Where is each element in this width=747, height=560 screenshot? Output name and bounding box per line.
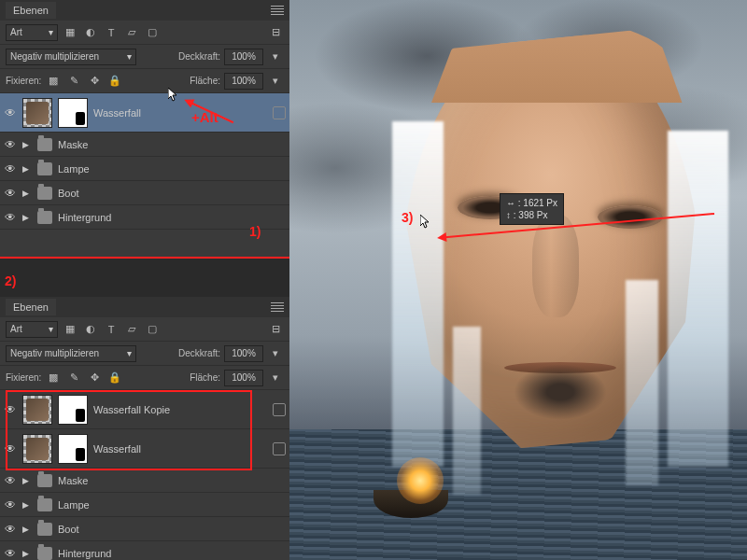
opacity-label: Deckkraft:	[178, 348, 220, 358]
fill-label: Fläche:	[190, 76, 220, 86]
visibility-toggle[interactable]: 👁	[4, 523, 17, 536]
panel-menu-icon[interactable]	[271, 302, 284, 312]
chevron-down-icon[interactable]: ▾	[267, 370, 284, 386]
layer-row-group[interactable]: 👁 ▶ Maske	[0, 469, 289, 493]
layer-row-wasserfall[interactable]: 👁 Wasserfall	[0, 93, 289, 133]
fill-value: 100%	[232, 76, 256, 86]
filter-smart-icon[interactable]: ▢	[144, 321, 161, 338]
folder-icon	[37, 474, 52, 487]
visibility-toggle[interactable]: 👁	[4, 498, 17, 511]
layer-name[interactable]: Lampe	[58, 163, 286, 175]
layer-row-group[interactable]: 👁 ▶ Boot	[0, 517, 289, 541]
layer-name[interactable]: Maske	[58, 475, 286, 486]
layer-kind-filter[interactable]: Art▾	[6, 24, 58, 41]
layer-name[interactable]: Wasserfall	[93, 107, 267, 119]
blend-mode-select[interactable]: Negativ multiplizieren▾	[6, 345, 136, 362]
disclosure-triangle[interactable]: ▶	[22, 549, 32, 558]
visibility-toggle[interactable]: 👁	[4, 547, 17, 560]
smart-object-icon	[273, 106, 286, 119]
lock-paint-icon[interactable]: ✎	[65, 73, 82, 90]
layer-row-wasserfall-kopie[interactable]: 👁 Wasserfall Kopie	[0, 390, 289, 429]
visibility-toggle[interactable]: 👁	[4, 138, 17, 151]
lock-transparent-icon[interactable]: ▩	[45, 370, 62, 386]
disclosure-triangle[interactable]: ▶	[22, 525, 32, 534]
chevron-down-icon[interactable]: ▾	[267, 49, 284, 65]
filter-row: Art▾ ▦ ◐ T ▱ ▢ ⊟	[0, 317, 289, 342]
visibility-toggle[interactable]: 👁	[4, 106, 17, 119]
filter-toggle-icon[interactable]: ⊟	[267, 24, 284, 41]
layer-row-group[interactable]: 👁 ▶ Hintergrund	[0, 541, 289, 560]
layer-name[interactable]: Boot	[58, 524, 286, 535]
layer-thumbnail[interactable]	[22, 434, 52, 464]
filter-smart-icon[interactable]: ▢	[144, 24, 161, 41]
disclosure-triangle[interactable]: ▶	[22, 213, 32, 222]
visibility-toggle[interactable]: 👁	[4, 442, 17, 455]
filter-pixel-icon[interactable]: ▦	[62, 321, 78, 338]
lock-position-icon[interactable]: ✥	[86, 370, 103, 386]
disclosure-triangle[interactable]: ▶	[22, 140, 32, 149]
layer-kind-filter[interactable]: Art▾	[6, 321, 58, 338]
layer-row-group[interactable]: 👁 ▶ Boot	[0, 181, 289, 205]
filter-pixel-icon[interactable]: ▦	[62, 24, 78, 41]
filter-adjust-icon[interactable]: ◐	[82, 24, 99, 41]
blend-mode-value: Negativ multiplizieren	[10, 51, 99, 62]
visibility-toggle[interactable]: 👁	[4, 403, 17, 416]
folder-icon	[37, 138, 52, 151]
layer-name[interactable]: Hintergrund	[58, 548, 286, 559]
waterfall-stream	[668, 131, 728, 467]
mask-thumbnail[interactable]	[58, 395, 88, 425]
blend-mode-select[interactable]: Negativ multiplizieren▾	[6, 49, 136, 65]
layer-name[interactable]: Wasserfall	[93, 443, 267, 455]
layers-panel-after: Ebenen Art▾ ▦ ◐ T ▱ ▢ ⊟ Negativ multipli…	[0, 297, 289, 560]
visibility-toggle[interactable]: 👁	[4, 162, 17, 175]
layer-name[interactable]: Boot	[58, 188, 286, 199]
lock-label: Fixieren:	[6, 372, 41, 383]
folder-icon	[37, 162, 52, 175]
lock-row: Fixieren: ▩ ✎ ✥ 🔒 Fläche: 100% ▾	[0, 366, 289, 390]
fill-input[interactable]: 100%	[224, 370, 263, 386]
mask-thumbnail[interactable]	[58, 98, 88, 128]
lock-all-icon[interactable]: 🔒	[106, 73, 123, 90]
filter-shape-icon[interactable]: ▱	[123, 24, 140, 41]
layer-row-group[interactable]: 👁 ▶ Lampe	[0, 493, 289, 517]
chevron-down-icon[interactable]: ▾	[267, 345, 284, 362]
layer-row-group[interactable]: 👁 ▶ Lampe	[0, 157, 289, 181]
panel-tab-layers[interactable]: Ebenen	[6, 2, 56, 19]
layers-list-2: 👁 Wasserfall Kopie 👁 Wasserfall 👁 ▶ Mask…	[0, 390, 289, 560]
layer-name[interactable]: Maske	[58, 139, 286, 150]
visibility-toggle[interactable]: 👁	[4, 211, 17, 224]
panel-menu-icon[interactable]	[271, 6, 284, 15]
panel-tab-layers[interactable]: Ebenen	[6, 299, 56, 315]
filter-shape-icon[interactable]: ▱	[123, 321, 140, 338]
filter-type-icon[interactable]: T	[103, 24, 120, 41]
lock-position-icon[interactable]: ✥	[86, 73, 103, 90]
visibility-toggle[interactable]: 👁	[4, 474, 17, 487]
opacity-input[interactable]: 100%	[224, 49, 263, 65]
lock-transparent-icon[interactable]: ▩	[45, 73, 62, 90]
disclosure-triangle[interactable]: ▶	[22, 189, 32, 198]
canvas-viewport[interactable]: ↔ : 1621 Px ↕ : 398 Px 3)	[289, 0, 747, 560]
layer-name[interactable]: Hintergrund	[58, 212, 286, 223]
transform-tooltip: ↔ : 1621 Px ↕ : 398 Px	[500, 193, 564, 225]
lock-paint-icon[interactable]: ✎	[65, 370, 82, 386]
opacity-input[interactable]: 100%	[224, 345, 263, 362]
layer-name[interactable]: Wasserfall Kopie	[93, 404, 267, 415]
disclosure-triangle[interactable]: ▶	[22, 164, 32, 174]
disclosure-triangle[interactable]: ▶	[22, 476, 32, 485]
folder-icon	[37, 523, 52, 536]
visibility-toggle[interactable]: 👁	[4, 187, 17, 200]
layer-row-group[interactable]: 👁 ▶ Maske	[0, 133, 289, 157]
lock-all-icon[interactable]: 🔒	[106, 370, 123, 386]
filter-toggle-icon[interactable]: ⊟	[267, 321, 284, 338]
chevron-down-icon[interactable]: ▾	[267, 73, 284, 90]
layer-row-wasserfall[interactable]: 👁 Wasserfall	[0, 429, 289, 469]
fill-input[interactable]: 100%	[224, 73, 263, 90]
layer-thumbnail[interactable]	[22, 98, 52, 128]
layer-thumbnail[interactable]	[22, 395, 52, 425]
layer-row-group[interactable]: 👁 ▶ Hintergrund	[0, 205, 289, 230]
filter-adjust-icon[interactable]: ◐	[82, 321, 99, 338]
disclosure-triangle[interactable]: ▶	[22, 500, 32, 510]
layer-name[interactable]: Lampe	[58, 499, 286, 511]
filter-type-icon[interactable]: T	[103, 321, 120, 338]
mask-thumbnail[interactable]	[58, 434, 88, 464]
